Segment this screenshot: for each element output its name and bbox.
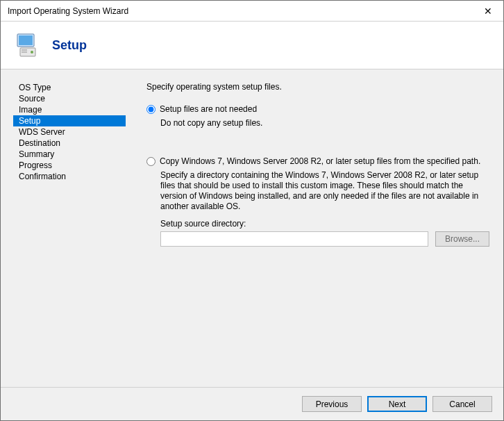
sidebar-item-progress[interactable]: Progress bbox=[13, 160, 133, 171]
sidebar-item-confirmation[interactable]: Confirmation bbox=[13, 171, 133, 182]
svg-rect-1 bbox=[19, 35, 33, 45]
titlebar: Import Operating System Wizard ✕ bbox=[1, 1, 503, 22]
sidebar-item-destination[interactable]: Destination bbox=[13, 138, 133, 149]
sidebar-item-image[interactable]: Image bbox=[13, 104, 133, 115]
computer-icon bbox=[13, 31, 41, 59]
wizard-body: OS TypeSourceImageSetupWDS ServerDestina… bbox=[1, 69, 503, 387]
source-dir-row: Browse... bbox=[160, 231, 489, 247]
wizard-footer: Previous Next Cancel bbox=[1, 387, 503, 420]
radio-not-needed[interactable] bbox=[146, 105, 156, 114]
sidebar-item-summary[interactable]: Summary bbox=[13, 149, 133, 160]
option-copy-label[interactable]: Copy Windows 7, Windows Server 2008 R2, … bbox=[160, 156, 489, 166]
sidebar-item-source[interactable]: Source bbox=[13, 93, 133, 104]
svg-rect-3 bbox=[22, 49, 27, 51]
sidebar-item-setup[interactable]: Setup bbox=[13, 115, 126, 126]
source-dir-label: Setup source directory: bbox=[160, 219, 489, 229]
radio-copy-setup[interactable] bbox=[146, 157, 156, 166]
cancel-button[interactable]: Cancel bbox=[432, 396, 492, 412]
next-button[interactable]: Next bbox=[367, 396, 427, 412]
previous-button[interactable]: Previous bbox=[302, 396, 362, 412]
source-dir-input[interactable] bbox=[160, 231, 428, 247]
sidebar-item-os-type[interactable]: OS Type bbox=[13, 82, 133, 93]
browse-button[interactable]: Browse... bbox=[435, 231, 489, 247]
svg-rect-4 bbox=[22, 51, 27, 53]
option-copy-desc: Specify a directory containing the Windo… bbox=[160, 170, 489, 212]
svg-point-5 bbox=[31, 51, 33, 53]
instruction-text: Specify operating system setup files. bbox=[146, 82, 489, 92]
option-setup-not-needed[interactable]: Setup files are not needed bbox=[146, 104, 489, 114]
option-not-needed-label[interactable]: Setup files are not needed bbox=[160, 104, 489, 114]
option-not-needed-desc: Do not copy any setup files. bbox=[160, 118, 489, 129]
page-title: Setup bbox=[52, 38, 87, 53]
wizard-header: Setup bbox=[1, 22, 503, 69]
wizard-sidebar: OS TypeSourceImageSetupWDS ServerDestina… bbox=[1, 69, 133, 387]
wizard-content: Specify operating system setup files. Se… bbox=[133, 69, 503, 387]
close-icon: ✕ bbox=[484, 6, 492, 17]
window-title: Import Operating System Wizard bbox=[1, 6, 472, 16]
sidebar-item-wds-server[interactable]: WDS Server bbox=[13, 126, 133, 138]
wizard-window: Import Operating System Wizard ✕ Setup O… bbox=[0, 0, 504, 421]
close-button[interactable]: ✕ bbox=[472, 1, 503, 21]
option-copy-setup[interactable]: Copy Windows 7, Windows Server 2008 R2, … bbox=[146, 156, 489, 166]
